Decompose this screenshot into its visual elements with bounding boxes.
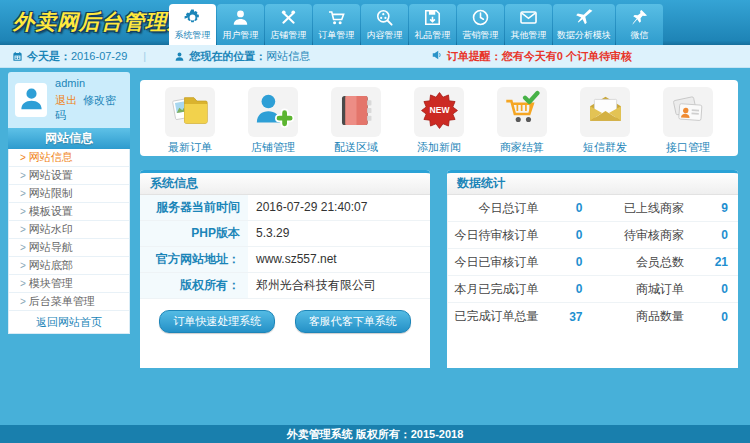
current-location: 网站信息: [266, 49, 310, 64]
nav-tab[interactable]: 订单管理: [313, 4, 360, 45]
system-action-button[interactable]: 客服代客下单系统: [295, 310, 411, 333]
system-action-button[interactable]: 订单快速处理系统: [159, 310, 275, 333]
system-info-row: 官方网站地址： www.sz557.net: [140, 247, 430, 273]
nav-tab[interactable]: 营销管理: [457, 4, 504, 45]
stat-value: 0: [539, 282, 583, 296]
nav-tab[interactable]: 系统管理: [169, 4, 216, 45]
app-header: 外卖网后台管理系统 系统管理 用户管理 店铺管理: [0, 0, 750, 45]
main-nav: 系统管理 用户管理 店铺管理 订单管理: [169, 4, 663, 45]
sidebar-item[interactable]: >网站设置: [9, 167, 129, 185]
sidebar-item[interactable]: >网站导航: [9, 239, 129, 257]
nav-tab[interactable]: 用户管理: [217, 4, 264, 45]
stat-value: 0: [684, 310, 728, 324]
stat-cell: 商城订单 0: [593, 276, 739, 303]
avatar: [15, 83, 47, 117]
nav-tab[interactable]: 数据分析模块: [553, 4, 615, 45]
stat-cell: 今日已审核订单 0: [447, 249, 593, 276]
sidebar-item[interactable]: >网站底部: [9, 257, 129, 275]
save-icon: [423, 8, 442, 27]
shortcut-item[interactable]: 短信群发: [569, 87, 641, 156]
date-label: 今天是：: [27, 49, 71, 64]
stat-value: 21: [684, 255, 728, 269]
delivery-area-icon: [336, 90, 377, 135]
shortcut-item[interactable]: 接口管理: [652, 87, 724, 156]
nav-tab[interactable]: 店铺管理: [265, 4, 312, 45]
caret-icon: >: [20, 242, 26, 253]
caret-icon: >: [20, 170, 26, 181]
shortcut-item[interactable]: 配送区域: [320, 87, 392, 156]
order-alert-text: 订单提醒：您有今天有0 个订单待审核: [447, 49, 632, 64]
logout-link[interactable]: 退出: [55, 94, 77, 106]
cart-icon: [327, 8, 346, 27]
stat-cell: 今日总订单 0: [447, 195, 593, 222]
breadcrumb-bar: 今天是： 2016-07-29 | 您现在的位置： 网站信息 订单提醒：您有今天…: [0, 45, 750, 68]
user-meta: admin 退出修改密码: [55, 77, 123, 123]
sidebar-menu: >网站信息 >网站设置 >网站限制 >模板设置 >网站水: [8, 149, 130, 334]
system-info-row: PHP版本 5.3.29: [140, 221, 430, 247]
gear-icon: [183, 8, 202, 27]
latest-orders-icon: [170, 90, 211, 135]
caret-icon: >: [20, 278, 26, 289]
sidebar: admin 退出修改密码 网站信息 >网站信息 >网站设置: [8, 72, 130, 334]
back-to-site-link[interactable]: 返回网站首页: [9, 311, 129, 333]
sms-icon: [585, 90, 626, 135]
plane-icon: [575, 8, 594, 27]
sidebar-section-title: 网站信息: [8, 128, 130, 149]
media-icon: [375, 8, 394, 27]
nav-tab[interactable]: 礼品管理: [409, 4, 456, 45]
order-alert: 订单提醒：您有今天有0 个订单待审核: [431, 49, 632, 64]
system-info-title: 系统信息: [140, 170, 430, 195]
sidebar-item[interactable]: >模块管理: [9, 275, 129, 293]
shortcut-item[interactable]: 商家结算: [486, 87, 558, 156]
stat-cell: 已完成订单总量 37: [447, 303, 593, 330]
caret-icon: >: [20, 224, 26, 235]
add-news-icon: NEW: [419, 90, 460, 135]
shortcut-item[interactable]: 店铺管理: [237, 87, 309, 156]
caret-icon: >: [20, 152, 26, 163]
nav-tab[interactable]: 其他管理: [505, 4, 552, 45]
stat-cell: 本月已完成订单 0: [447, 276, 593, 303]
caret-icon: >: [20, 206, 26, 217]
settlement-icon: [502, 90, 543, 135]
tools-icon: [279, 8, 298, 27]
shop-add-icon: [253, 90, 294, 135]
system-info-panel: 系统信息 服务器当前时间 2016-07-29 21:40:07 PHP版本 5…: [140, 170, 430, 368]
breadcrumb-divider: |: [143, 50, 146, 62]
user-box: admin 退出修改密码: [8, 72, 130, 128]
pin-icon: [630, 8, 649, 27]
stat-value: 9: [684, 201, 728, 215]
stats-grid: 今日总订单 0 已上线商家 9 今日待审核订单 0 待审核商家 0: [447, 195, 738, 330]
stat-value: 0: [539, 201, 583, 215]
stats-panel: 数据统计 今日总订单 0 已上线商家 9 今日待审核订单 0: [447, 170, 738, 368]
system-info-row: 服务器当前时间 2016-07-29 21:40:07: [140, 195, 430, 221]
mail-icon: [519, 8, 538, 27]
sidebar-item[interactable]: >网站限制: [9, 185, 129, 203]
clock-icon: [471, 8, 490, 27]
calendar-icon: [12, 51, 23, 62]
system-info-row: 版权所有： 郑州光合科技有限公司: [140, 273, 430, 299]
nav-tab[interactable]: 内容管理: [361, 4, 408, 45]
stat-cell: 已上线商家 9: [593, 195, 739, 222]
shortcut-item[interactable]: 最新订单: [154, 87, 226, 156]
nav-tab[interactable]: 微信: [616, 4, 663, 45]
sidebar-item[interactable]: >网站信息: [9, 149, 129, 167]
username: admin: [55, 77, 123, 89]
svg-text:NEW: NEW: [429, 105, 450, 115]
current-date: 2016-07-29: [71, 50, 127, 62]
stat-cell: 会员总数 21: [593, 249, 739, 276]
sidebar-item[interactable]: >网站水印: [9, 221, 129, 239]
stat-value: 0: [539, 255, 583, 269]
stat-cell: 今日待审核订单 0: [447, 222, 593, 249]
sidebar-item[interactable]: >后台菜单管理: [9, 293, 129, 311]
shortcut-item[interactable]: NEW 添加新闻: [403, 87, 475, 156]
stat-cell: 商品数量 0: [593, 303, 739, 330]
sidebar-item[interactable]: >模板设置: [9, 203, 129, 221]
page-footer: 外卖管理系统 版权所有：2015-2018: [0, 425, 750, 443]
stat-value: 37: [539, 310, 583, 324]
shortcuts-panel: 最新订单 店铺管理 配送区域 NEW 添加新闻: [140, 80, 738, 156]
user-icon: [174, 51, 185, 62]
api-icon: [668, 90, 709, 135]
stat-value: 0: [684, 282, 728, 296]
stat-value: 0: [684, 228, 728, 242]
caret-icon: >: [20, 296, 26, 307]
